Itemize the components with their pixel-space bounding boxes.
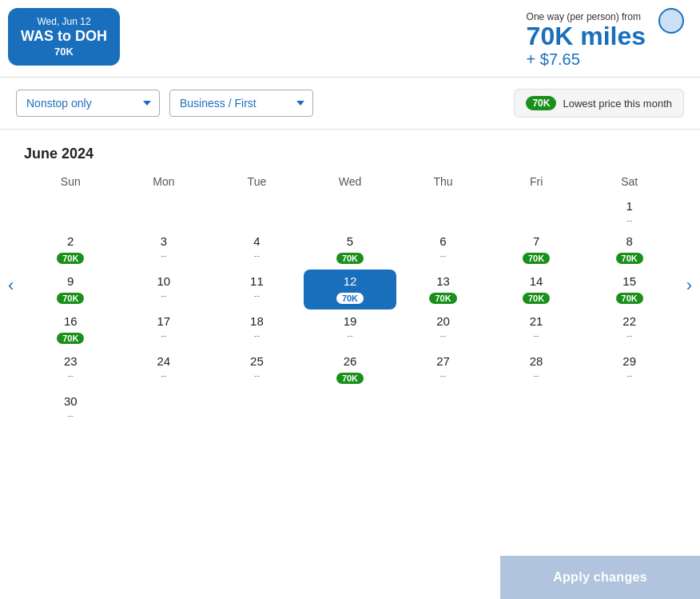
day-price: -- — [491, 370, 582, 380]
day-of-week-header: Thu — [396, 175, 490, 194]
calendar-day-cell[interactable]: 770K — [490, 230, 583, 270]
day-number: 20 — [398, 314, 488, 328]
calendar-day-cell — [490, 194, 583, 230]
calendar-day-cell — [396, 389, 490, 425]
calendar-week-row: 970K10--11--1270K1370K1470K1570K — [24, 270, 676, 309]
day-price: -- — [398, 330, 488, 340]
day-number: 4 — [212, 234, 302, 248]
calendar-day-cell[interactable]: 27-- — [396, 349, 490, 389]
calendar-day-cell — [117, 194, 211, 230]
calendar-day-cell[interactable]: 4-- — [210, 230, 304, 270]
price-info: One way (per person) from 70K miles + $7… — [527, 8, 646, 69]
calendar-day-cell — [24, 194, 117, 230]
trip-card[interactable]: Wed, Jun 12 WAS to DOH 70K — [8, 8, 120, 66]
price-pill: 70K — [616, 253, 643, 264]
calendar-day-cell[interactable]: 1-- — [583, 194, 676, 230]
price-pill: 70K — [523, 293, 550, 304]
day-of-week-header: Tue — [210, 175, 304, 194]
calendar-day-cell — [210, 194, 304, 230]
day-number: 2 — [26, 234, 116, 248]
day-number: 16 — [26, 314, 116, 328]
day-number: 17 — [119, 314, 209, 328]
day-number: 11 — [212, 274, 302, 288]
prev-month-button[interactable]: ‹ — [2, 272, 20, 299]
day-of-week-header: Mon — [117, 175, 211, 194]
calendar-day-cell[interactable]: 18-- — [210, 309, 304, 349]
class-select[interactable]: Business / First Economy — [169, 90, 313, 117]
calendar-day-cell[interactable]: 11-- — [210, 270, 304, 309]
calendar-day-cell[interactable]: 1670K — [24, 309, 117, 349]
day-number: 24 — [119, 354, 209, 368]
price-pill: 70K — [616, 293, 643, 304]
day-price: -- — [212, 370, 302, 380]
day-of-week-header: Sat — [583, 175, 676, 194]
day-price: -- — [212, 290, 302, 300]
filters-row: Nonstop only All flights Business / Firs… — [0, 78, 700, 130]
day-number: 19 — [305, 314, 396, 328]
day-number: 18 — [212, 314, 302, 328]
avatar — [658, 8, 684, 34]
calendar-day-cell[interactable]: 1370K — [396, 270, 490, 309]
calendar-day-cell[interactable]: 19-- — [304, 309, 397, 349]
day-of-week-header: Fri — [490, 175, 583, 194]
day-number: 28 — [491, 354, 582, 368]
day-price: -- — [212, 330, 302, 340]
calendar-day-cell[interactable]: 1270K — [304, 270, 397, 309]
calendar-day-cell[interactable]: 22-- — [583, 309, 676, 349]
day-number: 25 — [212, 354, 302, 368]
day-price: -- — [398, 250, 488, 260]
calendar-week-row: 23--24--25--2670K27--28--29-- — [24, 349, 676, 389]
day-number: 26 — [305, 354, 396, 368]
next-month-button[interactable]: › — [680, 272, 698, 299]
day-number: 30 — [26, 394, 116, 408]
calendar-table: SunMonTueWedThuFriSat 1--270K3--4--570K6… — [24, 175, 676, 425]
day-of-week-header: Sun — [24, 175, 117, 194]
header: Wed, Jun 12 WAS to DOH 70K One way (per … — [0, 0, 700, 78]
day-price: -- — [26, 370, 116, 380]
calendar-day-cell — [396, 194, 490, 230]
calendar-day-cell[interactable]: 20-- — [396, 309, 490, 349]
day-price: -- — [398, 370, 488, 380]
calendar-day-cell[interactable]: 570K — [304, 230, 397, 270]
day-number: 1 — [584, 199, 674, 213]
day-price: -- — [491, 330, 582, 340]
calendar-day-cell[interactable]: 1570K — [583, 270, 676, 309]
calendar-day-cell — [490, 389, 583, 425]
calendar-week-row: 30-- — [24, 389, 676, 425]
calendar-day-cell[interactable]: 23-- — [24, 349, 117, 389]
calendar-day-cell[interactable]: 2670K — [304, 349, 397, 389]
calendar-day-cell — [304, 194, 397, 230]
day-price: -- — [305, 330, 396, 340]
calendar-day-cell[interactable]: 10-- — [117, 270, 211, 309]
day-price: -- — [212, 250, 302, 260]
calendar-day-cell[interactable]: 28-- — [490, 349, 583, 389]
price-pill: 70K — [57, 333, 84, 344]
day-price: -- — [584, 330, 674, 340]
calendar-week-row: 1670K17--18--19--20--21--22-- — [24, 309, 676, 349]
calendar-day-cell[interactable]: 1470K — [490, 270, 583, 309]
calendar-day-cell — [583, 389, 676, 425]
calendar-day-cell[interactable]: 270K — [24, 230, 117, 270]
day-price: -- — [26, 410, 116, 420]
calendar-day-cell[interactable]: 870K — [583, 230, 676, 270]
day-number: 10 — [119, 274, 209, 288]
badge-label: Lowest price this month — [563, 98, 672, 110]
price-pill: 70K — [336, 293, 364, 304]
calendar-day-cell[interactable]: 21-- — [490, 309, 583, 349]
calendar-day-cell[interactable]: 3-- — [117, 230, 211, 270]
calendar-day-cell[interactable]: 30-- — [24, 389, 117, 425]
nonstop-select[interactable]: Nonstop only All flights — [16, 90, 160, 117]
day-number: 23 — [26, 354, 116, 368]
calendar-day-cell[interactable]: 6-- — [396, 230, 490, 270]
calendar-day-cell[interactable]: 25-- — [210, 349, 304, 389]
calendar-day-cell[interactable]: 24-- — [117, 349, 211, 389]
day-number: 22 — [584, 314, 674, 328]
calendar-day-cell[interactable]: 29-- — [583, 349, 676, 389]
calendar-day-cell — [210, 389, 304, 425]
day-number: 21 — [491, 314, 582, 328]
price-pill: 70K — [429, 293, 456, 304]
calendar-day-cell[interactable]: 970K — [24, 270, 117, 309]
calendar-day-cell[interactable]: 17-- — [117, 309, 211, 349]
day-price: -- — [119, 250, 209, 260]
apply-changes-button[interactable]: Apply changes — [500, 556, 700, 599]
